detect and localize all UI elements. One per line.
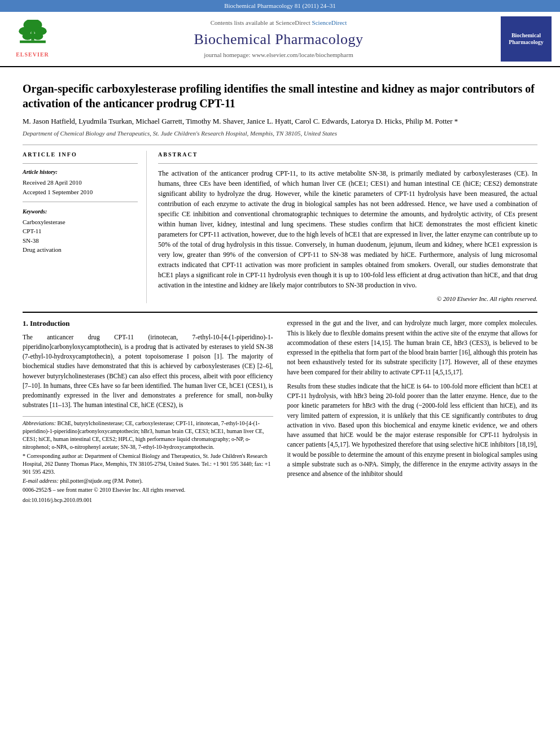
history-label: Article history: bbox=[23, 168, 138, 176]
authors: M. Jason Hatfield, Lyudmila Tsurkan, Mic… bbox=[23, 116, 537, 126]
article-info-col: ARTICLE INFO Article history: Received 2… bbox=[23, 151, 147, 303]
accepted-date: Accepted 1 September 2010 bbox=[23, 188, 138, 196]
issn-line: 0006-2952/$ – see front matter © 2010 El… bbox=[23, 486, 273, 494]
abbrev-italic-label: Abbreviations: bbox=[23, 420, 56, 426]
journal-right-logo: Biochemical Pharmacology bbox=[501, 16, 552, 62]
keywords-label: Keywords: bbox=[23, 208, 138, 216]
corresponding-author: * Corresponding author at: Department of… bbox=[23, 452, 273, 476]
header-divider bbox=[23, 145, 537, 145]
body-content: 1. Introduction The anticancer drug CPT-… bbox=[23, 318, 537, 504]
body-divider bbox=[23, 312, 537, 313]
article-info-abstract: ARTICLE INFO Article history: Received 2… bbox=[23, 151, 537, 303]
journal-header: ELSEVIER Contents lists available at Sci… bbox=[0, 12, 560, 67]
email-label: E-mail address: bbox=[23, 478, 59, 484]
footnote-section: Abbreviations: BChE, butyrylcholinestera… bbox=[23, 416, 273, 504]
email-line: E-mail address: phil.potter@stjude.org (… bbox=[23, 477, 273, 485]
right-para1: expressed in the gut and the liver, and … bbox=[287, 318, 538, 377]
email-address: phil.potter@stjude.org (P.M. Potter). bbox=[60, 478, 143, 484]
article-info-divider bbox=[23, 163, 138, 164]
journal-center: Contents lists available at ScienceDirec… bbox=[56, 19, 501, 59]
svg-point-5 bbox=[22, 33, 32, 40]
doi-line: doi:10.1016/j.bcp.2010.09.001 bbox=[23, 496, 273, 504]
top-bar: Biochemical Pharmacology 81 (2011) 24–31 bbox=[0, 0, 560, 12]
journal-logo-title-2: Pharmacology bbox=[509, 39, 544, 46]
svg-point-6 bbox=[33, 33, 43, 40]
keyword-3: SN-38 bbox=[23, 237, 138, 245]
copyright: © 2010 Elsevier Inc. All rights reserved… bbox=[158, 295, 537, 303]
elsevier-tree-icon bbox=[16, 20, 50, 51]
journal-homepage: journal homepage: www.elsevier.com/locat… bbox=[56, 51, 501, 59]
svg-rect-0 bbox=[20, 41, 46, 43]
keyword-4: Drug activation bbox=[23, 246, 138, 254]
elsevier-logo: ELSEVIER bbox=[8, 20, 56, 59]
article-title: Organ-specific carboxylesterase profilin… bbox=[23, 81, 537, 111]
keywords-divider bbox=[23, 202, 138, 202]
keyword-2: CPT-11 bbox=[23, 227, 138, 235]
right-para2: Results from these studies indicate that… bbox=[287, 382, 538, 479]
article-info-section-label: ARTICLE INFO bbox=[23, 151, 138, 159]
intro-para1: The anticancer drug CPT-11 (irinotecan, … bbox=[23, 333, 273, 410]
body-right-col: expressed in the gut and the liver, and … bbox=[287, 318, 538, 504]
abstract-col: ABSTRACT The activation of the anticance… bbox=[158, 151, 537, 303]
journal-logo-title-1: Biochemical bbox=[511, 32, 541, 39]
content-area: Organ-specific carboxylesterase profilin… bbox=[0, 67, 560, 515]
abstract-section-label: ABSTRACT bbox=[158, 151, 537, 159]
elsevier-wordmark: ELSEVIER bbox=[16, 51, 49, 59]
body-left-col: 1. Introduction The anticancer drug CPT-… bbox=[23, 318, 273, 504]
journal-title: Biochemical Pharmacology bbox=[56, 29, 501, 50]
sciencedirect-link: Contents lists available at ScienceDirec… bbox=[56, 19, 501, 27]
abstract-text: The activation of the anticancer prodrug… bbox=[158, 168, 537, 290]
intro-heading: 1. Introduction bbox=[23, 318, 273, 329]
abstract-divider bbox=[158, 163, 537, 164]
received-date: Received 28 April 2010 bbox=[23, 178, 138, 187]
keyword-1: Carboxylesterase bbox=[23, 218, 138, 226]
affiliation: Department of Chemical Biology and Thera… bbox=[23, 129, 537, 138]
journal-citation: Biochemical Pharmacology 81 (2011) 24–31 bbox=[224, 2, 336, 9]
abbreviations-label: Abbreviations: BChE, butyrylcholinestera… bbox=[23, 420, 273, 451]
abbrev-content: BChE, butyrylcholinesterase; CE, carboxy… bbox=[23, 420, 264, 450]
corresponding-label: * Corresponding author at: bbox=[23, 453, 83, 459]
